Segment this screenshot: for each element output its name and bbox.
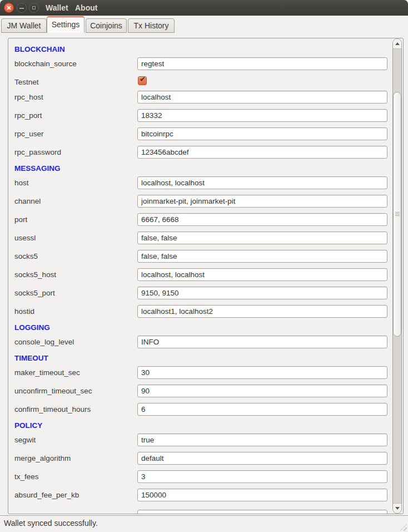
field-label: console_log_level — [14, 338, 74, 346]
scroll-up-button[interactable] — [393, 39, 401, 49]
rpc_password-field[interactable] — [137, 146, 387, 159]
maximize-icon[interactable] — [29, 3, 39, 13]
section-header-timeout: TIMEOUT — [8, 354, 393, 366]
confirm_timeout_hours-field[interactable] — [137, 403, 387, 416]
scroll-down-button[interactable] — [393, 503, 401, 513]
status-bar: Wallet synced successfully. — [0, 515, 408, 532]
form-row: usessl — [8, 231, 393, 250]
form-row: maker_timeout_sec — [8, 366, 393, 385]
tab-tx-history[interactable]: Tx History — [128, 18, 175, 33]
form-row: rpc_password — [8, 146, 393, 164]
channel-field[interactable] — [137, 195, 387, 208]
rpc_host-field[interactable] — [137, 91, 387, 104]
field-label: rpc_host — [14, 93, 43, 101]
triangle-down-icon — [395, 507, 400, 510]
status-message: Wallet synced successfully. — [4, 519, 98, 528]
field-label: tx_fees — [14, 472, 39, 481]
section-header-policy: POLICY — [8, 421, 393, 434]
field-label: unconfirm_timeout_sec — [14, 387, 92, 395]
settings-form: BLOCKCHAINblockchain_sourceTestnet✔rpc_h… — [8, 38, 393, 507]
scrollbar-thumb[interactable] — [393, 92, 401, 337]
app-window: ✕ Wallet About JM Wallet Settings Coinjo… — [0, 0, 408, 532]
form-row: console_log_level — [8, 336, 393, 354]
checkmark-icon: ✔ — [140, 75, 146, 83]
merge_algorithm-field[interactable] — [137, 452, 387, 465]
section-header-blockchain: BLOCKCHAIN — [8, 45, 393, 57]
field-label: merge_algorithm — [14, 454, 71, 462]
form-row: hostid — [8, 305, 393, 323]
form-row: absurd_fee_per_kb — [8, 489, 393, 507]
form-row: channel — [8, 195, 393, 213]
field-label: rpc_user — [14, 130, 44, 138]
field-label: rpc_port — [14, 111, 42, 120]
console_log_level-field[interactable] — [137, 336, 387, 348]
resize-grip-icon[interactable] — [400, 524, 407, 531]
field-label: absurd_fee_per_kb — [14, 491, 79, 499]
socks5_port-field[interactable] — [137, 287, 387, 299]
form-row: rpc_host — [8, 91, 393, 109]
field-label: socks5_port — [14, 289, 55, 297]
form-row: host — [8, 176, 393, 195]
form-row: confirm_timeout_hours — [8, 403, 393, 421]
field-label: channel — [14, 197, 41, 205]
field-label: Testnet — [14, 78, 39, 86]
absurd_fee_per_kb-field[interactable] — [137, 489, 387, 501]
field-label: host — [14, 179, 29, 187]
form-row: Testnet✔ — [8, 76, 393, 91]
port-field[interactable] — [137, 213, 387, 226]
tab-bar: JM Wallet Settings Coinjoins Tx History — [0, 16, 408, 33]
field-label: socks5_host — [14, 270, 56, 279]
menu-item-about[interactable]: About — [75, 0, 97, 16]
tab-settings[interactable]: Settings — [47, 16, 84, 33]
usessl-field[interactable] — [137, 231, 387, 244]
segwit-field[interactable] — [137, 434, 387, 446]
form-row: socks5_port — [8, 287, 393, 305]
field-label: usessl — [14, 234, 36, 242]
triangle-up-icon — [395, 42, 400, 45]
form-row: socks5 — [8, 250, 393, 268]
form-row: merge_algorithm — [8, 452, 393, 470]
minimize-icon[interactable] — [17, 3, 27, 13]
vertical-scrollbar[interactable] — [392, 38, 402, 514]
rpc_port-field[interactable] — [137, 109, 387, 122]
field-label: port — [14, 215, 27, 224]
close-icon[interactable]: ✕ — [4, 3, 14, 13]
rpc_user-field[interactable] — [137, 127, 387, 140]
unconfirm_timeout_sec-field[interactable] — [137, 385, 387, 397]
tab-coinjoins[interactable]: Coinjoins — [86, 18, 127, 33]
field-label: maker_timeout_sec — [14, 368, 80, 377]
form-row: port — [8, 213, 393, 231]
field-label: confirm_timeout_hours — [14, 405, 91, 413]
titlebar: ✕ Wallet About — [0, 0, 408, 16]
hostid-field[interactable] — [137, 305, 387, 318]
form-row: unconfirm_timeout_sec — [8, 385, 393, 403]
menu-item-wallet[interactable]: Wallet — [46, 0, 68, 16]
section-header-logging: LOGGING — [8, 323, 393, 336]
testnet-checkbox[interactable]: ✔ — [138, 76, 147, 85]
field-label: blockchain_source — [14, 60, 77, 68]
settings-scroll-area: BLOCKCHAINblockchain_sourceTestnet✔rpc_h… — [8, 38, 404, 514]
form-row: tx_fees — [8, 470, 393, 489]
blockchain_source-field[interactable] — [137, 57, 387, 70]
form-row: rpc_port — [8, 109, 393, 127]
socks5-field[interactable] — [137, 250, 387, 263]
form-row: segwit — [8, 434, 393, 452]
form-row: socks5_host — [8, 268, 393, 287]
tab-jm-wallet[interactable]: JM Wallet — [1, 18, 47, 33]
maker_timeout_sec-field[interactable] — [137, 366, 387, 379]
field-label: rpc_password — [14, 148, 61, 156]
partial-next-field[interactable] — [137, 510, 387, 514]
field-label: hostid — [14, 307, 34, 316]
form-row: blockchain_source — [8, 57, 393, 76]
field-label: segwit — [14, 436, 36, 444]
host-field[interactable] — [137, 176, 387, 189]
section-header-messaging: MESSAGING — [8, 164, 393, 176]
field-label: socks5 — [14, 252, 38, 260]
form-row: rpc_user — [8, 127, 393, 146]
tx_fees-field[interactable] — [137, 470, 387, 483]
socks5_host-field[interactable] — [137, 268, 387, 281]
